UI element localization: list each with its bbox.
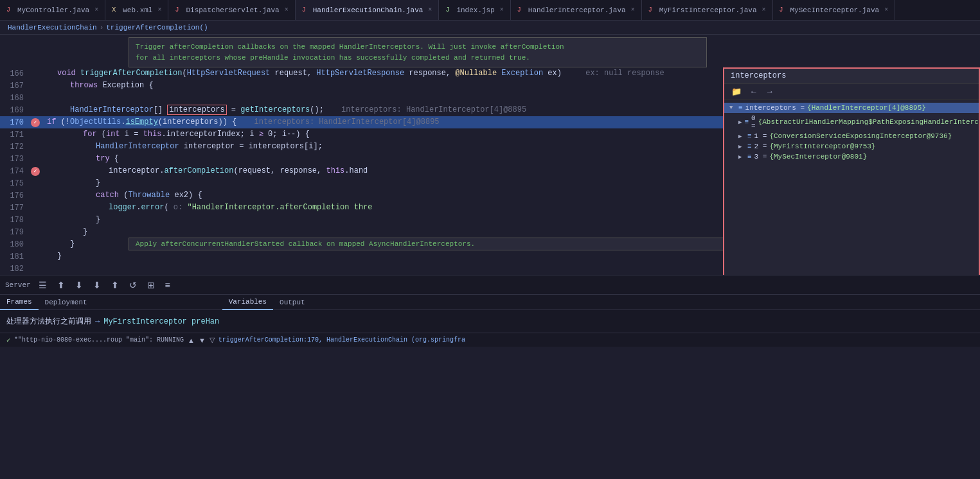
java-file-icon-5: J (648, 6, 656, 14)
output-tab[interactable]: Output (273, 295, 312, 310)
server-deploy-btn[interactable]: ↺ (127, 279, 139, 292)
server-restart-btn[interactable]: ⬇ (73, 279, 85, 292)
debug-panel-toolbar: 📁 ← → (724, 83, 979, 100)
frames-tab[interactable]: Frames (0, 295, 39, 310)
tab-webxml[interactable]: X web.xml × (105, 0, 168, 21)
server-build-btn[interactable]: ⬆ (109, 279, 121, 292)
debug-tree-root[interactable]: ▼ ≡ interceptors = {HandlerInterceptor[4… (724, 103, 979, 113)
server-grid-btn[interactable]: ≡ (163, 279, 173, 292)
breadcrumb: HandlerExecutionChain › triggerAfterComp… (0, 21, 980, 35)
tab-bar: J MyController.java × X web.xml × J Disp… (0, 0, 980, 21)
tab-close-webxml[interactable]: × (157, 6, 161, 13)
tab-close-handlerexecutionchain[interactable]: × (428, 6, 432, 13)
server-debug-btn[interactable]: ⬇ (91, 279, 103, 292)
tab-close-myfirstinterceptor[interactable]: × (762, 6, 765, 13)
server-panel: Server ☰ ⬆ ⬇ ⬇ ⬆ ↺ ⊞ ≡ (0, 275, 980, 294)
status-filter-btn[interactable]: ▽ (209, 336, 215, 344)
tab-mysecinterceptor[interactable]: J MySecInterceptor.java × (773, 0, 896, 21)
tab-handlerinterceptor[interactable]: J HandlerInterceptor.java × (511, 0, 642, 21)
status-down-btn[interactable]: ▼ (199, 336, 206, 344)
java-file-icon-2: J (175, 6, 183, 14)
status-bar: ✓ *"http-nio-8080-exec....roup "main": R… (0, 333, 980, 347)
tab-dispatcherservlet[interactable]: J DispatcherServlet.java × (168, 0, 295, 21)
debug-bottom-tabs: Frames Deployment Variables Output (0, 295, 980, 310)
tab-mycontroller[interactable]: J MyController.java × (0, 0, 105, 21)
java-file-icon-6: J (780, 6, 787, 14)
tab-close-handlerinterceptor[interactable]: × (631, 6, 635, 13)
debug-panel-title: interceptors (724, 69, 979, 83)
server-stop-btn[interactable]: ⬆ (55, 279, 67, 292)
breadcrumb-separator: › (100, 24, 104, 31)
debug-tree-item-2[interactable]: ▶ ≡ 2 = {MyFirstInterceptor@9753} (733, 141, 979, 152)
xml-file-icon: X (112, 6, 120, 14)
java-file-icon-4: J (517, 6, 525, 14)
variables-tab[interactable]: Variables (222, 295, 273, 310)
debug-back-btn[interactable]: ← (747, 86, 760, 97)
debug-tree-item-3[interactable]: ▶ ≡ 3 = {MySecInterceptor@9801} (733, 152, 979, 162)
variables-output-tabs: Variables Output (222, 295, 312, 310)
tab-close-indexjsp[interactable]: × (500, 6, 504, 13)
tab-close-mycontroller[interactable]: × (94, 6, 98, 13)
debug-forward-btn[interactable]: → (763, 86, 776, 97)
code-editor: Reader Mode 166 void triggerAfterComplet… (0, 67, 980, 275)
debug-tree-item-0[interactable]: ▶ ≡ 0 = {AbstractUrlHandlerMapping$PathE… (733, 113, 979, 131)
status-up-btn[interactable]: ▲ (188, 336, 195, 344)
java-file-icon-3: J (302, 6, 310, 14)
deployment-tab[interactable]: Deployment (39, 295, 94, 310)
server-menu-btn[interactable]: ☰ (36, 279, 49, 292)
jsp-file-icon: J (445, 6, 453, 14)
java-file-icon: J (6, 6, 14, 14)
debug-bottom-panel: Frames Deployment Variables Output 处理器方法… (0, 294, 980, 333)
tab-myfirstinterceptor[interactable]: J MyFirstInterceptor.java × (642, 0, 773, 21)
tab-close-dispatcherservlet[interactable]: × (285, 6, 289, 13)
tab-handlerexecutionchain[interactable]: J HandlerExecutionChain.java × (296, 0, 440, 21)
debug-tree: ▼ ≡ interceptors = {HandlerInterceptor[4… (724, 100, 979, 275)
debug-tree-item-1[interactable]: ▶ ≡ 1 = {ConversionServiceExposingInterc… (733, 131, 979, 141)
code-tooltip: Trigger afterCompletion callbacks on the… (129, 37, 707, 67)
debug-folder-btn[interactable]: 📁 (729, 86, 744, 97)
tab-indexjsp[interactable]: J index.jsp × (439, 0, 510, 21)
tab-close-mysecinterceptor[interactable]: × (884, 6, 888, 13)
debug-variable-panel: interceptors 📁 ← → ▼ ≡ interceptors = {H… (723, 67, 980, 275)
server-table-btn[interactable]: ⊞ (145, 279, 157, 292)
debug-content-area: 处理器方法执行之前调用 → MyFirstInterceptor preHan (0, 310, 980, 333)
